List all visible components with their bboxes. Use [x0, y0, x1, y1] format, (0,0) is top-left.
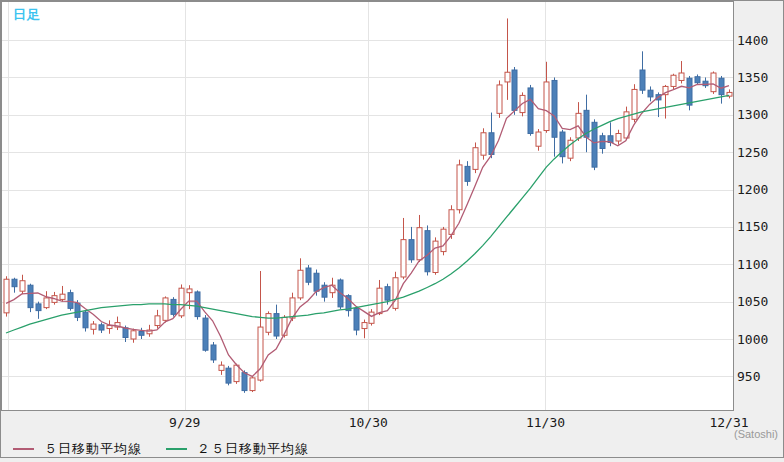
candle — [131, 331, 136, 339]
candle — [457, 165, 462, 210]
watermark-label: (Satoshi) — [734, 428, 778, 440]
candle — [234, 365, 239, 381]
candle — [393, 278, 398, 309]
candle — [544, 82, 549, 131]
candle — [497, 85, 502, 113]
ma25-legend-label: ２５日移動平均線 — [197, 440, 309, 458]
candle — [187, 289, 192, 293]
candle — [687, 78, 692, 105]
candle — [528, 88, 533, 134]
candle — [417, 228, 422, 260]
y-axis-label: 1100 — [737, 257, 768, 272]
candle — [671, 75, 676, 86]
y-axis-label: 1200 — [737, 182, 768, 197]
candle — [711, 73, 716, 92]
candle — [536, 132, 541, 146]
candle — [719, 78, 724, 94]
candle — [401, 240, 406, 277]
candle — [44, 298, 49, 308]
candle — [20, 281, 25, 291]
candle — [36, 304, 41, 311]
candle — [362, 323, 367, 329]
y-axis-label: 950 — [737, 369, 760, 384]
candle — [616, 134, 621, 141]
candle — [99, 325, 104, 330]
candle — [68, 293, 73, 309]
candle — [433, 241, 438, 272]
candle — [298, 270, 303, 298]
candle — [354, 308, 359, 330]
candle — [465, 166, 470, 181]
candle — [481, 133, 486, 155]
candle — [226, 368, 231, 383]
candle — [385, 287, 390, 300]
candle — [258, 327, 263, 380]
candle — [377, 288, 382, 313]
candle — [695, 77, 700, 83]
y-axis-label: 1350 — [737, 70, 768, 85]
ma5-legend-label: ５日移動平均線 — [44, 440, 142, 458]
daily-candlestick-chart-window: 9501000105011001150120012501300135014009… — [0, 0, 784, 462]
candle — [60, 294, 65, 299]
candle — [703, 81, 708, 85]
candle — [155, 316, 160, 326]
candle — [83, 312, 88, 328]
ma25-legend-line-icon — [166, 448, 187, 450]
y-axis-label: 1250 — [737, 145, 768, 160]
candle — [203, 318, 208, 350]
candle — [409, 240, 414, 260]
candle — [505, 72, 510, 82]
candle — [274, 314, 279, 336]
candlestick-chart: 9501000105011001150120012501300135014009… — [0, 0, 784, 462]
x-axis-label: 10/30 — [349, 415, 388, 430]
candle — [211, 345, 216, 360]
candle — [266, 314, 271, 333]
candle — [123, 328, 128, 338]
x-axis-label: 11/30 — [526, 415, 565, 430]
candle — [512, 70, 517, 110]
candle — [306, 268, 311, 282]
candle — [28, 285, 33, 307]
candle — [219, 365, 224, 370]
candle — [179, 288, 184, 316]
candle — [163, 298, 168, 320]
y-axis-label: 1050 — [737, 294, 768, 309]
candle — [171, 299, 176, 314]
y-axis-label: 1000 — [737, 332, 768, 347]
candle — [640, 70, 645, 90]
candle — [441, 229, 446, 251]
ma5-legend-line-icon — [13, 448, 34, 450]
candle — [369, 312, 374, 323]
candle — [552, 80, 557, 137]
candle — [107, 326, 112, 329]
candle — [425, 231, 430, 272]
candle — [12, 279, 17, 286]
candle — [449, 210, 454, 235]
plot-background — [2, 2, 733, 410]
candle — [648, 90, 653, 97]
candle — [242, 373, 247, 391]
candle — [4, 279, 9, 313]
chart-period-label: 日足 — [13, 6, 41, 24]
legend: ５日移動平均線 ２５日移動平均線 — [13, 440, 333, 458]
candle — [314, 273, 319, 291]
x-axis-label: 9/29 — [169, 415, 200, 430]
candle — [473, 148, 478, 170]
y-axis-label: 1400 — [737, 33, 768, 48]
candle — [139, 332, 144, 336]
y-axis-label: 1300 — [737, 107, 768, 122]
candle — [91, 324, 96, 329]
candle — [679, 73, 684, 80]
candle — [250, 378, 255, 391]
y-axis-label: 1150 — [737, 219, 768, 234]
candle — [75, 303, 80, 317]
